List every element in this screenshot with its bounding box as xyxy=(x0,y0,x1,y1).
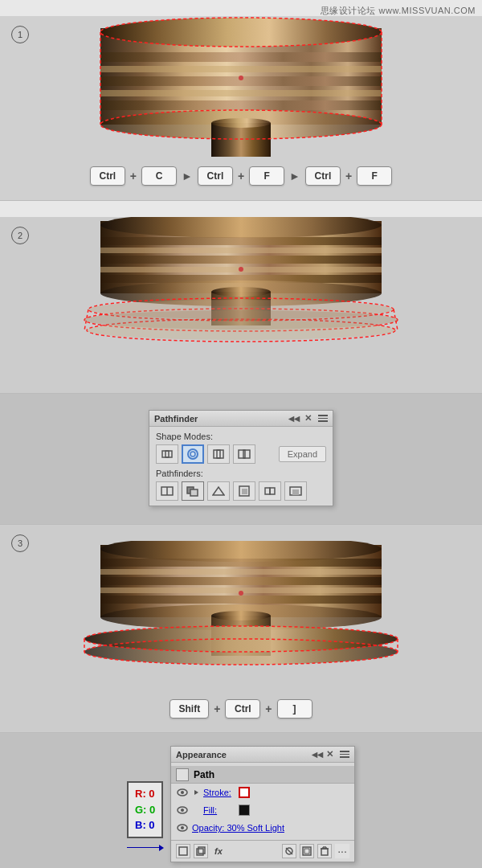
shape-modes-row: Expand xyxy=(156,444,326,464)
footer-icon-add[interactable] xyxy=(176,844,190,858)
expand-button[interactable]: Expand xyxy=(279,446,326,462)
footer-icon-hide[interactable] xyxy=(282,844,296,858)
svg-rect-49 xyxy=(265,488,270,494)
appearance-stroke-row: Stroke: xyxy=(171,784,354,801)
triangle-fill[interactable] xyxy=(192,806,200,814)
pathfinder-crop[interactable] xyxy=(233,481,255,501)
svg-marker-46 xyxy=(213,487,224,495)
svg-point-62 xyxy=(211,611,271,620)
appearance-footer: fx xyxy=(171,840,354,862)
svg-point-33 xyxy=(239,267,243,272)
fill-swatch[interactable] xyxy=(239,805,250,816)
svg-rect-17 xyxy=(100,237,382,245)
footer-fx[interactable]: fx xyxy=(211,845,226,857)
pathfinder-collapse-icon[interactable]: ◀◀ xyxy=(288,415,300,423)
appearance-title-label: Appearance xyxy=(176,750,227,760)
pathfinder-title: Pathfinder xyxy=(154,414,198,424)
watermark: 思缘设计论坛 www.MISSVUAN.COM xyxy=(321,5,476,17)
section-number-1: 1 xyxy=(11,26,29,43)
plus-3: + xyxy=(345,170,352,182)
arrow-line xyxy=(127,847,159,849)
section-2: 2 xyxy=(0,217,482,394)
svg-rect-84 xyxy=(321,849,328,855)
pathfinder-close-icon[interactable]: ✕ xyxy=(304,413,312,424)
appearance-opacity-row: Opacity: 30% Soft Light xyxy=(171,819,354,837)
pathfinder-trim[interactable] xyxy=(182,481,204,501)
pathfinder-merge[interactable] xyxy=(207,481,230,501)
key-ctrl-2[interactable]: Ctrl xyxy=(198,166,233,186)
shape-mode-unite[interactable] xyxy=(156,444,178,464)
appearance-collapse-icon[interactable]: ◀◀ xyxy=(312,751,323,759)
appearance-menu-icon[interactable] xyxy=(340,751,349,758)
key-bracket[interactable]: ] xyxy=(277,699,312,719)
color-b: B: 0 xyxy=(135,817,155,833)
svg-point-36 xyxy=(188,449,198,459)
appearance-titlebar: Appearance ◀◀ ✕ xyxy=(171,747,354,763)
color-info: R: 0 G: 0 B: 0 xyxy=(127,781,164,851)
arrow-2: ► xyxy=(289,170,300,182)
arrow-connector xyxy=(127,845,164,851)
pathfinders-row xyxy=(156,481,326,501)
shape-mode-intersect[interactable] xyxy=(207,444,230,464)
key-f-2[interactable]: F xyxy=(357,166,392,186)
appearance-body: Path Stroke: xyxy=(171,763,354,840)
svg-rect-8 xyxy=(211,123,271,157)
eye-icon-fill[interactable] xyxy=(176,804,189,817)
svg-rect-18 xyxy=(100,248,382,253)
plus-s1: + xyxy=(214,702,220,715)
svg-rect-5 xyxy=(100,90,382,96)
eye-icon-stroke[interactable] xyxy=(176,786,189,799)
svg-point-76 xyxy=(181,826,184,829)
key-f-1[interactable]: F xyxy=(249,166,284,186)
key-c[interactable]: C xyxy=(141,166,177,186)
appearance-outer-section: R: 0 G: 0 B: 0 Appearance ◀◀ ✕ xyxy=(0,733,482,868)
path-swatch xyxy=(176,768,189,781)
pathfinder-panel: Pathfinder ◀◀ ✕ Shape Modes: xyxy=(149,410,333,506)
shortcut-row-1: Ctrl + C ► Ctrl + F ► Ctrl + F xyxy=(0,157,482,197)
cylinder-illustration-1 xyxy=(36,16,446,157)
plus-2: + xyxy=(238,170,244,182)
fill-label: Fill: xyxy=(203,805,235,815)
cylinder-illustration-2 xyxy=(36,217,446,358)
svg-rect-50 xyxy=(270,488,275,494)
pathfinder-divide[interactable] xyxy=(156,481,178,501)
appearance-close-icon[interactable]: ✕ xyxy=(326,749,333,760)
pathfinder-minus-back[interactable] xyxy=(284,481,307,501)
section-3: 3 xyxy=(0,524,482,733)
pathfinder-titlebar: Pathfinder ◀◀ ✕ xyxy=(149,411,333,427)
key-shift[interactable]: Shift xyxy=(170,699,209,719)
svg-rect-2 xyxy=(100,52,382,62)
pathfinder-menu-icon[interactable] xyxy=(318,415,328,422)
arrow-1: ► xyxy=(182,170,193,182)
svg-rect-83 xyxy=(304,849,309,854)
footer-icon-new[interactable] xyxy=(300,844,314,858)
stroke-label: Stroke: xyxy=(203,788,235,797)
svg-rect-55 xyxy=(100,559,382,567)
svg-point-24 xyxy=(211,287,271,297)
stroke-swatch[interactable] xyxy=(239,787,250,798)
eye-icon-opacity[interactable] xyxy=(176,821,189,834)
svg-point-69 xyxy=(239,591,243,596)
svg-rect-45 xyxy=(190,489,198,496)
svg-rect-6 xyxy=(100,100,382,110)
footer-icon-delete[interactable] xyxy=(317,844,332,858)
section-1: 1 xyxy=(0,16,482,201)
pathfinder-outline[interactable] xyxy=(259,481,281,501)
triangle-stroke[interactable] xyxy=(192,788,200,796)
footer-icon-dup[interactable] xyxy=(194,844,208,858)
key-ctrl-3[interactable]: Ctrl xyxy=(305,166,341,186)
svg-rect-41 xyxy=(243,450,250,458)
svg-rect-40 xyxy=(239,450,245,458)
svg-rect-48 xyxy=(242,489,247,494)
shape-mode-exclude[interactable] xyxy=(233,444,255,464)
shape-mode-minus-front[interactable] xyxy=(182,444,204,464)
key-ctrl-4[interactable]: Ctrl xyxy=(225,699,260,719)
key-ctrl-1[interactable]: Ctrl xyxy=(90,166,125,186)
shortcut-row-3: Shift + Ctrl + ] xyxy=(0,690,482,730)
shape-modes-label: Shape Modes: xyxy=(156,432,326,441)
svg-point-37 xyxy=(190,452,195,457)
footer-icon-more[interactable]: ··· xyxy=(335,844,349,858)
section-number-3: 3 xyxy=(11,534,29,552)
svg-rect-78 xyxy=(197,849,203,855)
color-r: R: 0 xyxy=(135,786,155,802)
